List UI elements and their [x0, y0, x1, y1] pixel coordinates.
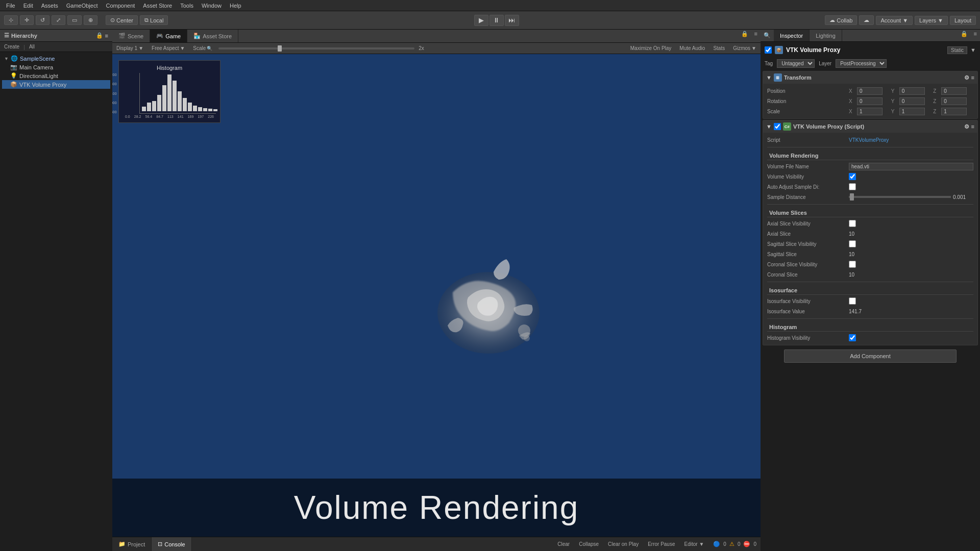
inspector-lock-icon[interactable]: 🔒 [958, 30, 971, 41]
center-btn[interactable]: ⊙ Center [106, 15, 138, 25]
rect-tool-btn[interactable]: ▭ [67, 15, 82, 25]
isosurface-visibility-checkbox[interactable] [849, 297, 856, 305]
collapse-btn[interactable]: Collapse [576, 540, 602, 548]
hierarchy-all-btn[interactable]: All [27, 43, 37, 51]
sagittal-visibility-checkbox[interactable] [849, 240, 856, 247]
scale-value: X Y Z [849, 108, 973, 115]
error-pause-btn[interactable]: Error Pause [645, 540, 678, 548]
vtk-volume-proxy-item[interactable]: 📦 VTK Volume Proxy [2, 80, 110, 89]
menu-gameobject[interactable]: GameObject [62, 2, 102, 10]
volume-visibility-checkbox[interactable] [849, 173, 856, 180]
rotation-y-input[interactable] [899, 97, 925, 105]
scale-z-input[interactable] [941, 108, 967, 115]
console-tab[interactable]: ⊡ Console [152, 537, 191, 551]
combined-tool-btn[interactable]: ⊕ [84, 15, 97, 25]
cloud-btn[interactable]: ☁ [859, 15, 874, 25]
layout-btn[interactable]: Layout [950, 16, 976, 25]
transform-header[interactable]: ▼ ⊞ Transform ⚙ ≡ [763, 71, 977, 84]
position-y-input[interactable] [899, 87, 925, 95]
step-button[interactable]: ⏭ [505, 15, 519, 26]
display-selector[interactable]: Display 1 ▼ [114, 45, 145, 51]
menu-asset-store[interactable]: Asset Store [139, 2, 176, 10]
collab-btn[interactable]: ☁ Collab [825, 15, 857, 25]
pause-button[interactable]: ⏸ [489, 15, 504, 26]
vtk-script-settings-icon[interactable]: ⚙ [964, 123, 969, 130]
position-z-input[interactable] [941, 87, 967, 95]
game-tab[interactable]: 🎮 Game [150, 30, 187, 42]
editor-btn[interactable]: Editor ▼ [681, 540, 707, 548]
scale-x-input[interactable] [857, 108, 883, 115]
transform-settings-icon[interactable]: ⚙ [964, 74, 969, 81]
histogram-chart [139, 73, 216, 114]
axial-visibility-checkbox[interactable] [849, 220, 856, 227]
maximize-on-play-btn[interactable]: Maximize On Play [628, 45, 674, 51]
scale-slider[interactable] [218, 47, 414, 49]
aspect-selector[interactable]: Free Aspect ▼ [150, 45, 187, 51]
tag-dropdown[interactable]: Untagged [777, 59, 815, 68]
account-btn[interactable]: Account ▼ [876, 16, 913, 25]
rotate-tool-btn[interactable]: ↺ [36, 15, 50, 25]
asset-store-tab[interactable]: 🏪 Asset Store [187, 30, 238, 42]
scale-tool-btn[interactable]: ⤢ [52, 15, 65, 25]
scene-tab[interactable]: 🎬 Scene [112, 30, 150, 42]
play-controls: ▶ ⏸ ⏭ [474, 15, 519, 26]
mute-audio-btn[interactable]: Mute Audio [677, 45, 707, 51]
directional-light-item[interactable]: 💡 DirectionalLight [2, 71, 110, 80]
add-component-btn[interactable]: Add Component [784, 349, 957, 363]
scale-y-input[interactable] [899, 108, 925, 115]
sample-distance-slider[interactable] [849, 196, 951, 198]
move-tool-btn[interactable]: ✛ [20, 15, 34, 25]
coronal-visibility-checkbox[interactable] [849, 261, 856, 268]
play-button[interactable]: ▶ [474, 15, 488, 26]
rotation-z-input[interactable] [941, 97, 967, 105]
menu-file[interactable]: File [2, 2, 19, 10]
sagittal-slice-row: Sagittal Slice 10 [767, 249, 973, 259]
layer-dropdown[interactable]: PostProcessing [836, 59, 887, 68]
file-name-input[interactable] [849, 163, 973, 170]
clear-on-play-btn[interactable]: Clear on Play [605, 540, 642, 548]
inspector-tab[interactable]: Inspector [774, 30, 810, 41]
menu-help[interactable]: Help [226, 2, 246, 10]
menu-component[interactable]: Component [102, 2, 139, 10]
right-controls: ☁ Collab ☁ Account ▼ Layers ▼ Layout [825, 15, 976, 25]
scene-lock-icon[interactable]: 🔒 [738, 30, 751, 42]
lighting-tab[interactable]: Lighting [810, 30, 842, 41]
hierarchy-create-btn[interactable]: Create [2, 43, 21, 51]
position-x-input[interactable] [857, 87, 883, 95]
object-active-checkbox[interactable] [765, 46, 772, 54]
hierarchy-lock-icon[interactable]: 🔒 [96, 32, 103, 39]
hierarchy-menu-icon[interactable]: ≡ [105, 33, 108, 39]
histogram-bar-9 [188, 103, 192, 111]
menu-window[interactable]: Window [198, 2, 226, 10]
rotation-x-input[interactable] [857, 97, 883, 105]
scale-control[interactable]: Scale 🔍 [191, 45, 214, 51]
scene-item[interactable]: ▼ 🌐 SampleScene [2, 54, 110, 63]
layers-btn[interactable]: Layers ▼ [915, 16, 948, 25]
menu-assets[interactable]: Assets [37, 2, 62, 10]
rotation-y-field: Y [891, 97, 932, 105]
main-camera-item[interactable]: 📷 Main Camera [2, 63, 110, 71]
histogram-visibility-checkbox[interactable] [849, 334, 856, 341]
rotation-z-label: Z [933, 98, 940, 104]
position-x-label: X [849, 88, 856, 94]
auto-adjust-checkbox[interactable] [849, 183, 856, 190]
project-tab[interactable]: 📁 Project [112, 537, 152, 551]
local-label: Local [150, 17, 163, 23]
center-icon: ⊙ [110, 17, 115, 23]
static-dropdown-icon[interactable]: ▼ [970, 47, 976, 53]
hierarchy-icon: ☰ [4, 32, 9, 39]
clear-btn[interactable]: Clear [554, 540, 573, 548]
gizmos-btn[interactable]: Gizmos ▼ [731, 45, 758, 51]
transform-tool-btn[interactable]: ⊹ [4, 15, 18, 25]
warning-count: 0 [738, 541, 741, 547]
vtk-script-header[interactable]: ▼ C# VTK Volume Proxy (Script) ⚙ ≡ [763, 120, 977, 133]
menu-tools[interactable]: Tools [176, 2, 198, 10]
local-btn[interactable]: ⧉ Local [140, 15, 168, 25]
vtk-script-active[interactable] [774, 123, 781, 130]
scene-menu-icon[interactable]: ≡ [751, 30, 761, 42]
transform-menu-icon[interactable]: ≡ [971, 74, 974, 81]
menu-edit[interactable]: Edit [19, 2, 37, 10]
vtk-script-menu-icon[interactable]: ≡ [971, 123, 974, 130]
stats-btn[interactable]: Stats [711, 45, 727, 51]
inspector-menu-icon[interactable]: ≡ [971, 30, 980, 41]
